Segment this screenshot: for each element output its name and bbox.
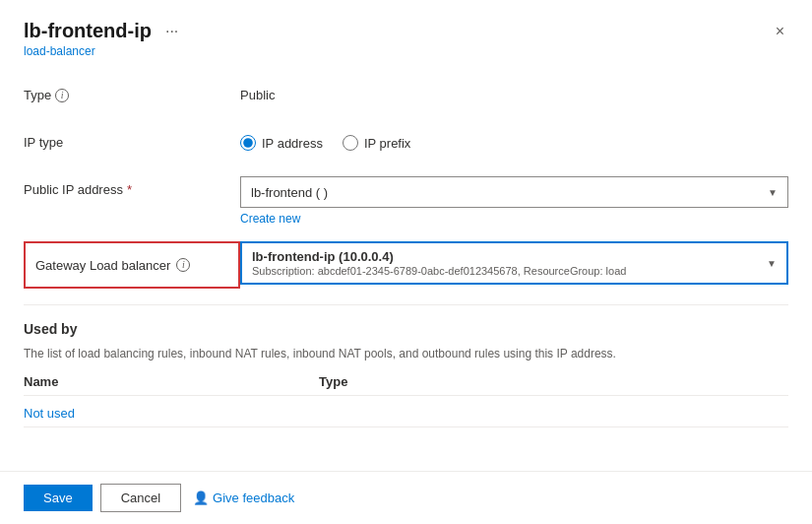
type-label: Type i	[24, 82, 240, 102]
ip-type-row: IP type IP address IP prefix	[24, 129, 788, 161]
radio-ip-address[interactable]: IP address	[240, 135, 323, 151]
table-cell-name: Not used	[24, 406, 319, 421]
radio-ip-prefix-label: IP prefix	[364, 136, 410, 151]
public-ip-label: Public IP address *	[24, 176, 240, 197]
used-by-title: Used by	[24, 321, 788, 337]
feedback-link[interactable]: 👤 Give feedback	[193, 491, 294, 505]
ip-type-control: IP address IP prefix	[240, 129, 788, 151]
public-ip-row: Public IP address * lb-frontend ( ) ▼ Cr…	[24, 176, 788, 226]
public-ip-dropdown-container: lb-frontend ( ) ▼ Create new	[240, 176, 788, 226]
radio-ip-address-label: IP address	[262, 136, 323, 151]
gateway-label-text: Gateway Load balancer	[35, 258, 170, 273]
table-row: Not used	[24, 400, 788, 427]
gateway-dropdown-text: lb-frontend-ip (10.0.0.4) Subscription: …	[252, 249, 626, 277]
gateway-label-box: Gateway Load balancer i	[24, 241, 240, 289]
gateway-name: lb-frontend-ip (10.0.0.4)	[252, 249, 626, 264]
panel-footer: Save Cancel 👤 Give feedback	[0, 471, 812, 524]
ellipsis-button[interactable]: ···	[159, 21, 184, 42]
radio-ip-address-input[interactable]	[240, 135, 256, 151]
column-name-header: Name	[24, 374, 319, 389]
panel-header: lb-frontend-ip ··· load-balancer ×	[0, 0, 812, 66]
used-by-section: Used by The list of load balancing rules…	[24, 321, 788, 427]
title-text: lb-frontend-ip	[24, 20, 152, 42]
gateway-dropdown-arrow: ▼	[767, 258, 777, 269]
gateway-info-icon[interactable]: i	[176, 258, 190, 272]
gateway-dropdown[interactable]: lb-frontend-ip (10.0.0.4) Subscription: …	[240, 241, 788, 285]
column-type-header: Type	[319, 374, 347, 389]
public-ip-value: lb-frontend ( )	[251, 185, 328, 200]
ip-type-label: IP type	[24, 129, 240, 150]
panel-body: Type i Public IP type IP address	[0, 66, 812, 471]
public-ip-control: lb-frontend ( ) ▼ Create new	[240, 176, 788, 226]
radio-ip-prefix[interactable]: IP prefix	[343, 135, 410, 151]
public-ip-dropdown-arrow: ▼	[768, 187, 778, 198]
save-button[interactable]: Save	[24, 485, 93, 511]
create-new-link[interactable]: Create new	[240, 212, 788, 226]
required-asterisk: *	[127, 182, 132, 197]
panel-subtitle: load-balancer	[24, 44, 184, 58]
panel: lb-frontend-ip ··· load-balancer × Type …	[0, 0, 812, 524]
feedback-label: Give feedback	[213, 491, 294, 505]
type-value: Public	[240, 82, 788, 102]
ip-type-radio-group: IP address IP prefix	[240, 129, 410, 151]
type-row: Type i Public	[24, 82, 788, 113]
close-button[interactable]: ×	[772, 20, 788, 43]
gateway-sub: Subscription: abcdef01-2345-6789-0abc-de…	[252, 265, 626, 277]
radio-ip-prefix-input[interactable]	[343, 135, 358, 151]
panel-title: lb-frontend-ip ···	[24, 20, 184, 42]
panel-title-area: lb-frontend-ip ··· load-balancer	[24, 20, 184, 58]
table-header: Name Type	[24, 374, 788, 396]
type-info-icon[interactable]: i	[55, 89, 69, 102]
gateway-dropdown-inner: lb-frontend-ip (10.0.0.4) Subscription: …	[242, 243, 786, 283]
divider	[24, 304, 788, 305]
used-by-description: The list of load balancing rules, inboun…	[24, 345, 788, 362]
public-ip-dropdown[interactable]: lb-frontend ( ) ▼	[240, 176, 788, 208]
cancel-button[interactable]: Cancel	[100, 484, 181, 512]
feedback-icon: 👤	[193, 491, 209, 505]
gateway-row: Gateway Load balancer i lb-frontend-ip (…	[24, 241, 788, 289]
